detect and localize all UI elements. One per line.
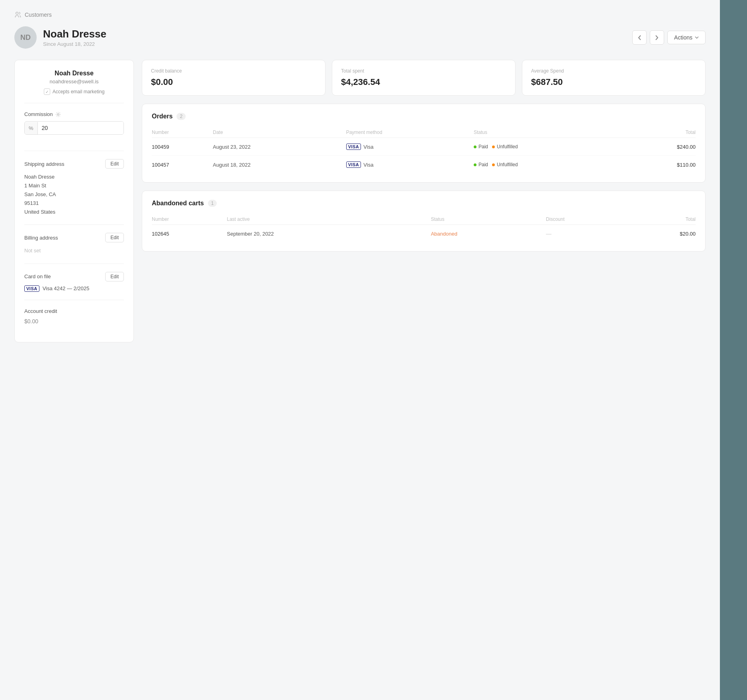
- order-total-0: $240.00: [677, 144, 696, 150]
- stat-credit-value: $0.00: [151, 77, 316, 87]
- account-credit-label: Account credit: [24, 308, 57, 314]
- card-on-file-section: Card on file Edit VISA Visa 4242 — 2/202…: [24, 272, 124, 300]
- cart-col-status: Status: [431, 214, 546, 225]
- card-on-file-edit-button[interactable]: Edit: [105, 272, 124, 281]
- order-status-1: Paid Unfulfilled: [474, 162, 629, 167]
- commission-section: Commission %: [24, 111, 124, 151]
- orders-col-number: Number: [152, 127, 213, 138]
- order-number-0: 100459: [152, 144, 169, 150]
- customer-name: Noah Dresse: [24, 70, 124, 77]
- order-payment-0: VISA Visa: [346, 144, 474, 150]
- cart-discount-0: —: [546, 230, 551, 237]
- paid-dot: [474, 146, 476, 148]
- billing-address-section: Billing address Edit Not set: [24, 233, 124, 263]
- email-marketing-check: [44, 88, 50, 95]
- commission-input[interactable]: [38, 122, 124, 134]
- stat-total-spent: Total spent $4,236.54: [332, 60, 516, 96]
- stats-row: Credit balance $0.00 Total spent $4,236.…: [142, 60, 706, 96]
- table-row[interactable]: 100457 August 18, 2022 VISA Visa: [152, 156, 696, 174]
- orders-col-payment: Payment method: [346, 127, 474, 138]
- stat-total-label: Total spent: [341, 68, 506, 74]
- billing-address-content: Not set: [24, 246, 124, 255]
- card-details: Visa 4242 — 2/2025: [43, 285, 90, 291]
- breadcrumb-label[interactable]: Customers: [25, 12, 52, 18]
- svg-point-0: [16, 12, 18, 14]
- cart-col-last-active: Last active: [227, 214, 431, 225]
- email-marketing-label: Accepts email marketing: [53, 89, 105, 94]
- visa-logo: VISA: [24, 285, 39, 292]
- customer-panel: Noah Dresse noahdresse@swell.is Accepts …: [14, 60, 134, 342]
- shipping-address-label: Shipping address: [24, 161, 64, 167]
- cart-last-active-0: September 20, 2022: [227, 225, 431, 243]
- order-date-0: August 23, 2022: [213, 138, 346, 156]
- stat-avg-label: Average Spend: [531, 68, 696, 74]
- account-credit-section: Account credit $0.00: [24, 308, 124, 332]
- cart-col-number: Number: [152, 214, 227, 225]
- orders-card: Orders 2 Number Date Payment method Stat…: [142, 104, 706, 183]
- table-row[interactable]: 100459 August 23, 2022 VISA Visa: [152, 138, 696, 156]
- orders-col-total: Total: [629, 127, 696, 138]
- page-header: ND Noah Dresse Since August 18, 2022: [14, 26, 706, 49]
- order-number-1: 100457: [152, 162, 169, 168]
- orders-col-status: Status: [474, 127, 629, 138]
- visa-icon-1: VISA: [346, 161, 361, 168]
- order-payment-1: VISA Visa: [346, 161, 474, 168]
- order-date-1: August 18, 2022: [213, 156, 346, 174]
- billing-address-label: Billing address: [24, 235, 58, 241]
- unfulfilled-dot: [492, 146, 495, 148]
- cart-status-0: Abandoned: [431, 231, 457, 237]
- prev-button[interactable]: [632, 30, 647, 45]
- chevron-down-icon: [695, 36, 699, 39]
- cart-col-discount: Discount: [546, 214, 627, 225]
- orders-count: 2: [176, 113, 186, 120]
- stat-total-value: $4,236.54: [341, 77, 506, 87]
- page-title: Noah Dresse: [43, 28, 106, 40]
- shipping-address-section: Shipping address Edit Noah Dresse 1 Main…: [24, 159, 124, 225]
- abandoned-carts-title: Abandoned carts: [152, 200, 204, 207]
- billing-address-edit-button[interactable]: Edit: [105, 233, 124, 242]
- sidebar-right: [720, 0, 747, 700]
- avatar: ND: [14, 26, 37, 49]
- table-row[interactable]: 102645 September 20, 2022 Abandoned — $2…: [152, 225, 696, 243]
- orders-col-date: Date: [213, 127, 346, 138]
- abandoned-carts-card: Abandoned carts 1 Number Last active Sta…: [142, 191, 706, 252]
- orders-title: Orders: [152, 113, 173, 120]
- cart-total-0: $20.00: [680, 231, 696, 237]
- abandoned-carts-table: Number Last active Status Discount Total…: [152, 214, 696, 242]
- unfulfilled-dot-1: [492, 163, 495, 166]
- actions-button[interactable]: Actions: [667, 31, 706, 44]
- stat-credit-balance: Credit balance $0.00: [142, 60, 325, 96]
- orders-table: Number Date Payment method Status Total …: [152, 127, 696, 173]
- paid-dot-1: [474, 163, 476, 166]
- account-credit-value: $0.00: [24, 318, 124, 324]
- stat-average-spend: Average Spend $687.50: [522, 60, 706, 96]
- customer-email: noahdresse@swell.is: [24, 79, 124, 85]
- card-on-file-label: Card on file: [24, 273, 51, 279]
- cart-number-0: 102645: [152, 231, 169, 237]
- next-button[interactable]: [650, 30, 664, 45]
- commission-prefix: %: [25, 122, 38, 134]
- shipping-address-edit-button[interactable]: Edit: [105, 159, 124, 169]
- commission-label: Commission: [24, 111, 53, 117]
- stat-avg-value: $687.50: [531, 77, 696, 87]
- since-label: Since August 18, 2022: [43, 41, 106, 47]
- gear-icon[interactable]: [55, 112, 61, 117]
- customers-icon: [14, 11, 22, 18]
- shipping-address-content: Noah Dresse 1 Main St San Jose, CA 95131…: [24, 173, 124, 216]
- customer-info: Noah Dresse noahdresse@swell.is Accepts …: [24, 70, 124, 103]
- abandoned-carts-count: 1: [208, 200, 217, 207]
- visa-icon-0: VISA: [346, 144, 361, 150]
- stat-credit-label: Credit balance: [151, 68, 316, 74]
- order-total-1: $110.00: [677, 162, 696, 168]
- svg-point-1: [57, 113, 59, 115]
- order-status-0: Paid Unfulfilled: [474, 144, 629, 149]
- card-info: VISA Visa 4242 — 2/2025: [24, 285, 124, 292]
- breadcrumb: Customers: [14, 11, 706, 18]
- cart-col-total: Total: [627, 214, 696, 225]
